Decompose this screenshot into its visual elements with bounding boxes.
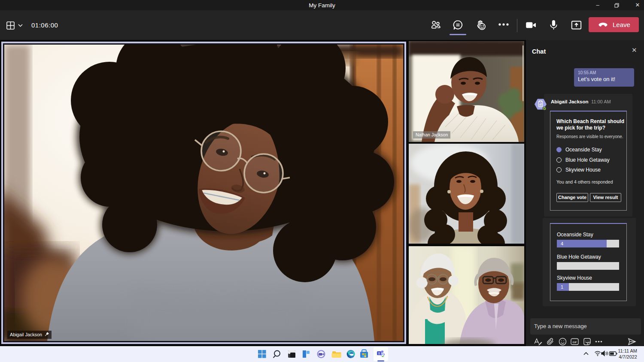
svg-text:T: T bbox=[378, 352, 380, 355]
svg-text:GIF: GIF bbox=[573, 341, 577, 344]
